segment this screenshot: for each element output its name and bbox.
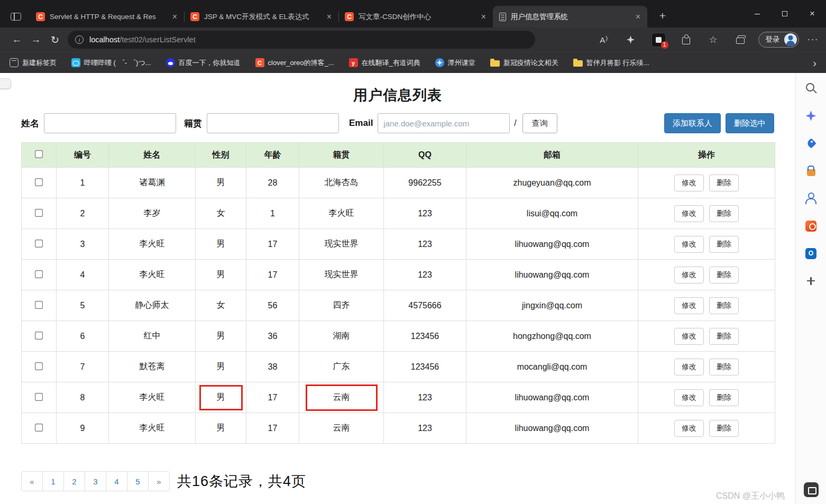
page-number-button[interactable]: 3 (85, 471, 106, 491)
drop-icon[interactable] (803, 482, 819, 498)
page-number-button[interactable]: 1 (42, 471, 64, 491)
row-age: 1 (246, 198, 299, 229)
profile-icon[interactable] (805, 192, 818, 205)
row-checkbox[interactable] (35, 270, 43, 278)
bookmark-item[interactable]: 哔哩哔哩 ( ゜- ゜)つ... (71, 58, 151, 68)
address-bar[interactable]: i localhost/test02/userListServlet (68, 31, 535, 49)
delete-button[interactable]: 删除 (709, 205, 739, 222)
edit-button[interactable]: 修改 (674, 389, 704, 406)
bookmark-item[interactable]: 暂伴月将影 行乐须... (573, 58, 649, 68)
bookmark-label: 新冠疫情论文相关 (503, 58, 558, 68)
refresh-button[interactable]: ↻ (45, 34, 65, 46)
bookmark-item[interactable]: 潭州课堂 (435, 58, 475, 68)
delete-button[interactable]: 删除 (709, 267, 739, 283)
bookmark-label: 潭州课堂 (448, 58, 475, 68)
copilot-icon[interactable] (805, 109, 818, 122)
read-aloud-icon[interactable] (598, 33, 610, 46)
page-arrow-button[interactable]: « (21, 471, 43, 491)
tab-close-icon[interactable]: × (633, 12, 643, 22)
bookmark-item[interactable]: clover_oreo的博客_... (255, 58, 334, 68)
edit-button[interactable]: 修改 (674, 359, 704, 375)
baidu-icon (166, 58, 175, 67)
shopping-icon[interactable] (805, 164, 818, 177)
row-checkbox[interactable] (35, 424, 43, 432)
minimize-button[interactable]: – (744, 0, 771, 28)
edit-button[interactable]: 修改 (674, 420, 704, 437)
bookmarks-overflow-icon[interactable]: › (813, 58, 816, 68)
delete-button[interactable]: 删除 (709, 359, 739, 375)
workspaces-icon[interactable] (11, 13, 21, 21)
column-header: 操作 (638, 143, 775, 168)
favorites-icon[interactable] (707, 33, 720, 46)
tab-close-icon[interactable]: × (170, 12, 180, 22)
browser-tab[interactable]: Servlet & HTTP & Request & Res× (30, 6, 184, 28)
browser-tab[interactable]: 写文章-CSDN创作中心× (338, 6, 493, 28)
back-button[interactable]: ← (7, 34, 26, 45)
delete-button[interactable]: 删除 (709, 420, 739, 437)
row-select-cell (22, 382, 57, 413)
page-number-button[interactable]: 5 (127, 471, 149, 491)
bookmark-item[interactable]: 百度一下，你就知道 (166, 58, 241, 68)
row-actions: 修改删除 (638, 321, 775, 352)
page-arrow-button[interactable]: » (148, 471, 170, 491)
origin-filter-input[interactable] (207, 113, 339, 133)
site-info-icon[interactable]: i (75, 35, 84, 44)
name-filter-input[interactable] (44, 113, 176, 133)
edit-button[interactable]: 修改 (674, 297, 704, 314)
forward-button[interactable]: → (26, 34, 45, 45)
delete-button[interactable]: 删除 (709, 297, 739, 314)
shopping-sparkle-icon[interactable] (625, 33, 637, 46)
extensions-icon[interactable] (680, 33, 693, 46)
delete-selected-button[interactable]: 删除选中 (726, 113, 774, 133)
maximize-button[interactable] (771, 0, 799, 28)
row-origin: 云南 (299, 413, 384, 444)
row-qq: 123456 (384, 321, 466, 352)
row-checkbox[interactable] (35, 240, 43, 248)
new-tab-button[interactable]: + (655, 10, 671, 22)
edit-button[interactable]: 修改 (674, 175, 704, 191)
bookmark-item[interactable]: 新冠疫情论文相关 (490, 58, 558, 68)
browser-tab[interactable]: 用户信息管理系统× (493, 6, 647, 28)
tab-close-icon[interactable]: × (324, 12, 334, 22)
row-checkbox[interactable] (35, 332, 43, 340)
edit-button[interactable]: 修改 (674, 236, 704, 253)
edit-button[interactable]: 修改 (674, 205, 704, 222)
login-button[interactable]: 登录 (758, 32, 799, 48)
row-age: 17 (246, 382, 299, 413)
tab-close-icon[interactable]: × (479, 12, 489, 22)
select-all-checkbox[interactable] (35, 150, 43, 158)
extension-notification-icon[interactable]: 1 (651, 33, 666, 47)
edit-button[interactable]: 修改 (674, 267, 704, 283)
notification-badge: 1 (661, 41, 668, 49)
page-number-button[interactable]: 4 (106, 471, 127, 491)
row-checkbox[interactable] (35, 178, 43, 186)
settings-more-icon[interactable]: ··· (807, 34, 819, 45)
row-checkbox[interactable] (35, 301, 43, 309)
row-email: lihuowang@qq.com (466, 413, 638, 444)
delete-button[interactable]: 删除 (709, 389, 739, 406)
search-button[interactable]: 查询 (522, 113, 557, 133)
highlight-box: 男 (199, 385, 243, 410)
delete-button[interactable]: 删除 (709, 175, 739, 191)
collections-icon[interactable] (734, 33, 747, 46)
delete-button[interactable]: 删除 (709, 236, 739, 253)
tag-icon[interactable] (805, 137, 818, 150)
row-gender: 男 (196, 352, 246, 382)
bookmark-item[interactable]: 新建标签页 (10, 58, 57, 68)
row-checkbox[interactable] (35, 393, 43, 401)
page-number-button[interactable]: 2 (63, 471, 85, 491)
avatar (784, 33, 797, 46)
outlook-icon[interactable] (805, 247, 818, 260)
row-checkbox[interactable] (35, 362, 43, 370)
edit-button[interactable]: 修改 (674, 328, 704, 345)
office-icon[interactable] (805, 219, 818, 232)
search-icon[interactable] (805, 82, 818, 95)
add-icon[interactable] (805, 274, 818, 287)
row-checkbox[interactable] (35, 209, 43, 217)
delete-button[interactable]: 删除 (709, 328, 739, 345)
add-contact-button[interactable]: 添加联系人 (664, 113, 721, 133)
close-button[interactable]: × (799, 0, 826, 28)
bookmark-item[interactable]: 在线翻译_有道词典 (349, 58, 420, 68)
browser-tab[interactable]: JSP & MVC开发模式 & EL表达式× (184, 6, 338, 28)
email-filter-input[interactable] (378, 113, 510, 133)
